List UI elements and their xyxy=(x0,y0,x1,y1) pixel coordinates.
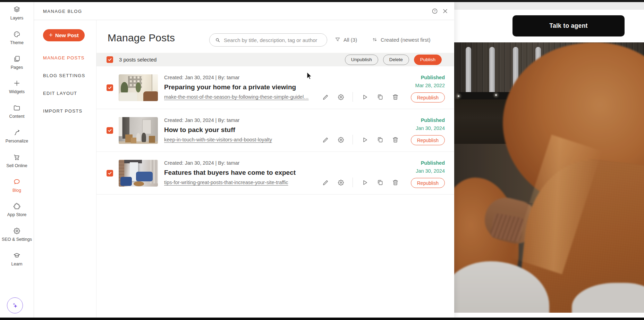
editor-sidebar: Layers Theme Pages Widgets Content Perso… xyxy=(0,2,34,318)
sidebar-item-app-store[interactable]: App Store xyxy=(0,202,34,227)
sort-control[interactable]: Created (newest first) xyxy=(372,36,430,43)
status-badge: Published xyxy=(416,160,445,166)
trash-icon xyxy=(392,93,399,101)
status-date: Jan 30, 2024 xyxy=(416,125,445,131)
check-icon xyxy=(108,171,112,175)
filter-funnel-icon xyxy=(334,36,341,43)
palette-icon xyxy=(13,30,21,38)
post-checkbox[interactable] xyxy=(107,170,113,177)
status-date: Jan 30, 2024 xyxy=(416,168,445,174)
sidebar-item-theme[interactable]: Theme xyxy=(0,30,34,55)
post-settings-button[interactable] xyxy=(337,136,345,143)
sidebar-item-label: Content xyxy=(9,114,25,119)
post-slug-link[interactable]: tips-for-writing-great-posts-that-increa… xyxy=(164,180,288,185)
delete-post-button[interactable] xyxy=(392,93,399,101)
post-checkbox[interactable] xyxy=(107,127,113,134)
post-meta: Created: Jan 30, 2024 | By: tamar Featur… xyxy=(164,160,296,186)
sidebar-item-label: Pages xyxy=(11,65,23,70)
selection-bar: 3 posts selected Unpublish Delete Publis… xyxy=(96,53,454,66)
post-settings-button[interactable] xyxy=(337,93,345,101)
sort-arrows-icon xyxy=(372,36,378,43)
new-post-button[interactable]: + New Post xyxy=(43,29,85,41)
actions-divider xyxy=(353,92,353,102)
post-meta: Created: Jan 30, 2024 | By: tamar Prepar… xyxy=(164,75,309,100)
gear-icon xyxy=(13,227,21,235)
sidebar-item-pages[interactable]: Pages xyxy=(0,55,34,80)
republish-button[interactable]: Republish xyxy=(411,178,445,188)
sidebar-item-seo-settings[interactable]: SEO & Settings xyxy=(0,227,34,252)
unpublish-button[interactable]: Unpublish xyxy=(345,55,378,65)
sidebar-item-content[interactable]: Content xyxy=(0,104,34,129)
filter-control[interactable]: All (3) xyxy=(334,36,357,43)
sidebar-item-label: Layers xyxy=(10,16,24,20)
play-icon xyxy=(361,179,368,186)
svg-text:?: ? xyxy=(434,9,436,13)
sidebar-item-label: Sell Online xyxy=(6,163,27,168)
menu-item-import-posts[interactable]: IMPORT POSTS xyxy=(34,102,96,120)
status-badge: Published xyxy=(416,117,445,123)
post-actions xyxy=(322,92,407,102)
talk-to-agent-button[interactable]: Talk to agent xyxy=(512,15,625,36)
post-created: Created: Jan 30, 2024 | By: tamar xyxy=(164,160,296,166)
preview-button[interactable] xyxy=(361,93,368,101)
edit-button[interactable] xyxy=(322,136,329,143)
preview-button[interactable] xyxy=(361,179,368,186)
pencil-icon xyxy=(322,179,329,186)
preview-button[interactable] xyxy=(361,136,368,143)
sidebar-item-sell-online[interactable]: Sell Online xyxy=(0,153,34,178)
sidebar-item-blog[interactable]: Blog xyxy=(0,178,34,203)
cart-icon xyxy=(13,153,21,161)
delete-button[interactable]: Delete xyxy=(383,55,409,65)
chat-bubble-icon xyxy=(13,178,21,186)
post-status: Published Jan 30, 2024 xyxy=(416,117,445,131)
sort-label: Created (newest first) xyxy=(381,37,430,43)
ai-assistant-button[interactable] xyxy=(7,297,23,313)
panel-header: MANAGE BLOG ? xyxy=(34,2,454,20)
post-slug-link[interactable]: make-the-most-of-the-season-by-following… xyxy=(164,94,309,100)
post-thumbnail[interactable] xyxy=(119,160,158,187)
duplicate-button[interactable] xyxy=(376,179,384,186)
sidebar-item-widgets[interactable]: Widgets xyxy=(0,79,34,104)
duplicate-button[interactable] xyxy=(376,93,384,101)
copy-icon xyxy=(376,93,384,101)
sidebar-item-label: SEO & Settings xyxy=(2,237,32,242)
post-checkbox[interactable] xyxy=(107,84,113,91)
menu-item-manage-posts[interactable]: MANAGE POSTS xyxy=(34,49,96,67)
delete-post-button[interactable] xyxy=(392,179,399,186)
help-button[interactable]: ? xyxy=(431,8,438,15)
delete-post-button[interactable] xyxy=(392,136,399,143)
gear-icon xyxy=(337,179,345,186)
menu-item-blog-settings[interactable]: BLOG SETTINGS xyxy=(34,67,96,84)
republish-button[interactable]: Republish xyxy=(411,92,445,102)
search-input[interactable] xyxy=(224,37,322,43)
close-button[interactable] xyxy=(442,8,449,15)
sidebar-item-learn[interactable]: Learn xyxy=(0,252,34,276)
post-thumbnail[interactable] xyxy=(119,74,158,101)
publish-button[interactable]: Publish xyxy=(414,55,442,65)
site-preview-photo xyxy=(454,42,644,313)
plus-icon: + xyxy=(49,32,53,38)
post-slug-link[interactable]: keep-in-touch-with-site-visitors-and-boo… xyxy=(164,137,272,142)
sidebar-item-layers[interactable]: Layers xyxy=(0,6,34,30)
post-thumbnail[interactable] xyxy=(119,117,158,144)
edit-button[interactable] xyxy=(322,179,329,186)
post-status: Published Jan 30, 2024 xyxy=(416,160,445,174)
sidebar-item-personalize[interactable]: Personalize xyxy=(0,129,34,153)
status-badge: Published xyxy=(415,75,445,80)
menu-item-edit-layout[interactable]: EDIT LAYOUT xyxy=(34,84,96,102)
top-chrome-bar xyxy=(0,0,644,2)
post-meta: Created: Jan 30, 2024 | By: tamar How to… xyxy=(164,117,272,143)
post-title: Preparing your home for a private viewin… xyxy=(164,83,309,91)
folder-icon xyxy=(13,104,21,112)
republish-button[interactable]: Republish xyxy=(411,135,445,145)
duplicate-button[interactable] xyxy=(376,136,384,143)
editor-screen: Layers Theme Pages Widgets Content Perso… xyxy=(0,0,644,320)
edit-button[interactable] xyxy=(322,93,329,101)
check-icon xyxy=(108,85,112,90)
post-created: Created: Jan 30, 2024 | By: tamar xyxy=(164,75,309,80)
post-row: Created: Jan 30, 2024 | By: tamar How to… xyxy=(96,109,454,152)
post-settings-button[interactable] xyxy=(337,179,345,186)
select-all-checkbox[interactable] xyxy=(107,56,113,63)
trash-icon xyxy=(392,136,399,143)
search-bar[interactable] xyxy=(209,33,327,47)
